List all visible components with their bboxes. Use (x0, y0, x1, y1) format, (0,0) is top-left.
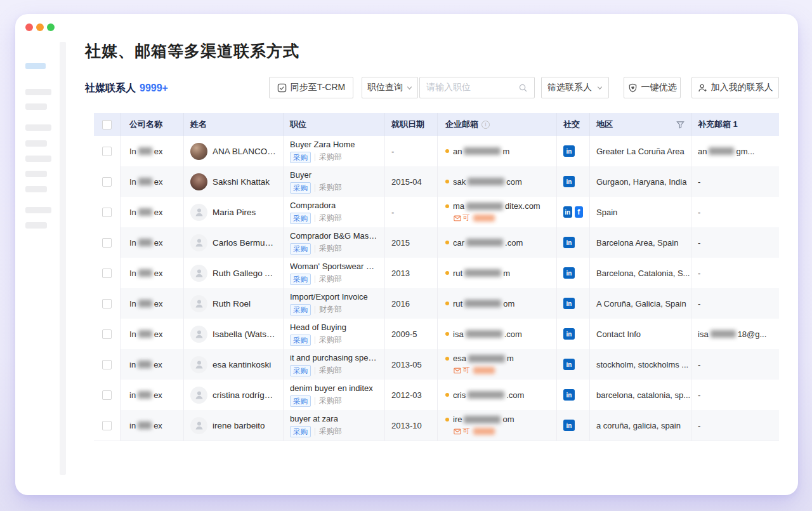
extra-email-cell: - (691, 166, 779, 197)
person-add-icon (698, 83, 707, 93)
sidebar-item[interactable] (25, 156, 51, 162)
facebook-icon[interactable]: f (575, 206, 584, 218)
linkedin-icon[interactable]: in (563, 359, 575, 370)
linkedin-icon[interactable]: in (563, 267, 575, 279)
sidebar-item[interactable] (25, 89, 51, 95)
contact-name[interactable]: esa kantinkoski (213, 360, 271, 369)
row-select-cell (94, 380, 121, 410)
position-text: Import/Export Invoice (290, 292, 368, 302)
envelope-icon (454, 367, 461, 374)
extra-email-text: - (698, 177, 700, 187)
row-checkbox[interactable] (102, 208, 112, 217)
email-cell: ireom可 (438, 410, 557, 441)
linkedin-icon[interactable]: in (563, 328, 575, 340)
sidebar-item[interactable] (25, 103, 47, 110)
window-close-button[interactable] (25, 23, 33, 31)
linkedin-icon[interactable]: in (563, 298, 575, 309)
person-icon (194, 268, 204, 278)
add-to-my-contacts-button[interactable]: 加入我的联系人 (691, 77, 779, 98)
row-checkbox[interactable] (102, 147, 112, 156)
linkedin-icon[interactable]: in (563, 420, 575, 431)
avatar (190, 295, 207, 312)
email-status-dot (445, 393, 449, 397)
contact-name[interactable]: Ruth Roel (213, 299, 251, 309)
sidebar-content-divider (60, 42, 66, 475)
sidebar-item[interactable] (25, 222, 47, 229)
email-status-dot (445, 357, 449, 361)
sync-to-crm-button[interactable]: 同步至T-CRM (269, 77, 353, 98)
table-row: InexRuth RoelImport/Export Invoice采购财务部2… (94, 288, 779, 319)
row-checkbox[interactable] (102, 299, 112, 309)
sidebar-item[interactable] (25, 124, 51, 131)
sidebar-item[interactable] (25, 171, 47, 177)
linkedin-icon[interactable]: in (563, 206, 572, 218)
select-all-checkbox[interactable] (102, 120, 112, 129)
company-cell: Inex (121, 288, 184, 319)
sidebar-item[interactable] (25, 207, 51, 213)
row-checkbox[interactable] (102, 360, 112, 369)
sidebar-item[interactable] (25, 140, 47, 147)
name-cell: esa kantinkoski (184, 349, 284, 380)
sync-button-label: 同步至T-CRM (291, 82, 345, 93)
contact-name[interactable]: Isabella (Watson) L... (213, 329, 277, 339)
contact-name[interactable]: ANA BLANCO REY (213, 147, 277, 156)
start-date-cell: 2013-10 (385, 410, 438, 441)
extra-email-text: - (698, 208, 700, 217)
row-checkbox[interactable] (102, 177, 112, 187)
row-checkbox[interactable] (102, 329, 112, 339)
contact-name[interactable]: cristina rodríguez (213, 390, 277, 400)
redacted-text (464, 300, 501, 307)
contact-name[interactable]: Sakshi Khattak (213, 177, 270, 187)
avatar (190, 265, 207, 282)
header-name: 姓名 (184, 113, 284, 136)
department-text: 采购部 (319, 365, 342, 376)
role-tag: 采购 (290, 213, 311, 224)
position-cell: Import/Export Invoice采购财务部 (284, 288, 385, 319)
linkedin-icon[interactable]: in (563, 145, 575, 157)
linkedin-icon[interactable]: in (563, 389, 575, 401)
one-click-optimize-button[interactable]: 一键优选 (624, 77, 681, 98)
contact-name[interactable]: Ruth Gallego Agulló (213, 269, 277, 278)
contact-name[interactable]: Maria Pires (213, 208, 256, 217)
position-search-input[interactable]: 请输入职位 (419, 77, 535, 98)
extra-email-text: - (698, 421, 700, 430)
sidebar-item[interactable] (25, 186, 47, 192)
company-cell: Inex (121, 319, 184, 349)
filter-contacts-button[interactable]: 筛选联系人 (541, 77, 609, 98)
filter-icon[interactable] (676, 121, 684, 129)
department-text: 采购部 (319, 395, 342, 406)
row-checkbox[interactable] (102, 390, 112, 400)
region-cell: Greater La Coruña Area (590, 136, 691, 166)
role-tag: 采购 (290, 152, 311, 163)
linkedin-icon[interactable]: in (563, 176, 575, 187)
info-icon[interactable]: i (481, 121, 490, 129)
contact-name[interactable]: Carlos Bermudo Cr... (213, 238, 277, 248)
extra-email-cell: - (691, 380, 779, 410)
sidebar-item-active[interactable] (25, 63, 46, 69)
name-cell: cristina rodríguez (184, 380, 284, 410)
position-query-select[interactable]: 职位查询 (362, 77, 418, 98)
company-text: ex (154, 208, 163, 217)
deliverable-badge: 可 (454, 213, 497, 223)
contact-name[interactable]: irene barbeito (213, 421, 265, 430)
contact-count: 9999+ (140, 83, 168, 93)
region-cell: Barcelona, Catalonia, S... (590, 258, 691, 288)
company-text: In (129, 269, 136, 278)
linkedin-icon[interactable]: in (563, 237, 575, 248)
email-status-dot (445, 241, 449, 244)
extra-email-cell: angm... (691, 136, 779, 166)
window-minimize-button[interactable] (36, 23, 44, 31)
deliverable-badge: 可 (454, 427, 497, 436)
row-checkbox[interactable] (102, 421, 112, 430)
contact-count-label: 社媒联系人9999+ (85, 82, 168, 95)
email-status-dot (445, 271, 449, 275)
search-icon[interactable] (518, 83, 528, 93)
region-cell: A Coruña, Galicia, Spain (590, 288, 691, 319)
header-social: 社交 (557, 113, 590, 136)
row-checkbox[interactable] (102, 238, 112, 248)
row-checkbox[interactable] (102, 269, 112, 278)
window-zoom-button[interactable] (47, 23, 55, 31)
header-extra-email: 补充邮箱 1 (691, 113, 779, 136)
table-row: InexCarlos Bermudo Cr...Comprador B&G Ma… (94, 227, 779, 258)
extra-email-cell: - (691, 349, 779, 380)
